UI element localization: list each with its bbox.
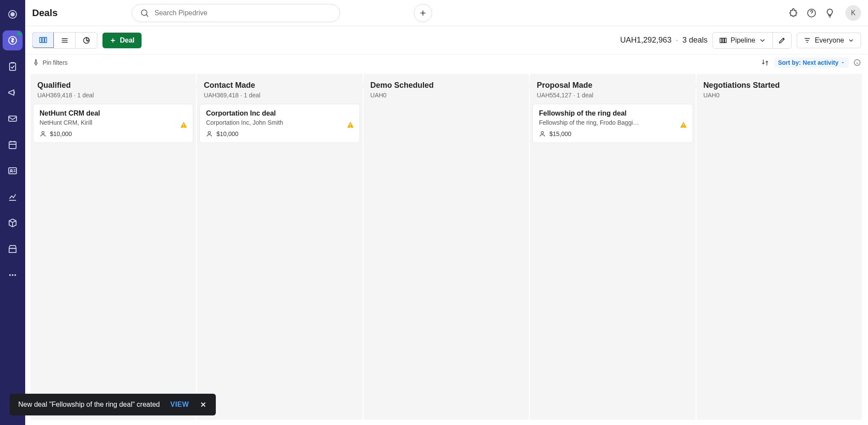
search-input[interactable] — [155, 9, 332, 17]
deal-value: $10,000 — [50, 130, 72, 137]
info-button[interactable] — [853, 59, 861, 66]
edit-pipeline-button[interactable] — [772, 33, 791, 48]
deal-title: Fellowship of the ring deal — [539, 110, 686, 117]
column-amount: UAH369,418 — [204, 92, 238, 99]
deal-subtitle: NetHunt CRM, Kirill — [40, 119, 187, 126]
forecast-view-icon — [82, 36, 91, 45]
svg-rect-18 — [723, 38, 724, 43]
svg-rect-4 — [9, 116, 17, 121]
search-box[interactable] — [132, 4, 340, 22]
deals-summary: UAH1,292,963 · 3 deals — [620, 36, 707, 45]
column-title: Demo Scheduled — [370, 81, 522, 90]
nav-marketplace[interactable] — [3, 239, 23, 259]
pipeline-view-icon — [39, 36, 47, 44]
nav-leads[interactable] — [3, 4, 23, 24]
svg-point-22 — [208, 132, 211, 134]
sort-prefix: Sort by: — [778, 59, 801, 66]
extensions-button[interactable] — [788, 8, 799, 18]
main: Deals K — [25, 0, 868, 425]
column-amount: UAH0 — [370, 92, 386, 99]
column-count: 1 deal — [77, 92, 94, 99]
mail-icon — [7, 113, 18, 124]
view-pipeline-button[interactable] — [32, 32, 54, 48]
deal-subtitle: Corportation Inc, John Smith — [206, 119, 353, 126]
help-button[interactable] — [806, 8, 817, 18]
notif-dot — [17, 32, 21, 36]
svg-rect-3 — [10, 63, 16, 70]
column-title: Proposal Made — [537, 81, 688, 90]
calendar-icon — [7, 139, 18, 150]
sort-direction-button[interactable] — [761, 58, 769, 67]
column-subtitle: UAH369,418·1 deal — [204, 92, 355, 99]
chevron-down-icon — [848, 37, 855, 44]
column-subtitle: UAH0 — [370, 92, 522, 99]
filter-icon — [803, 37, 811, 44]
column-negotiations-started: Negotiations StartedUAH0 — [696, 74, 863, 420]
close-icon — [199, 401, 207, 408]
pin-filters-label: Pin filters — [43, 59, 68, 66]
toast: New deal "Fellowship of the ring deal" c… — [10, 394, 216, 415]
column-contact-made: Contact MadeUAH369,418·1 deal Corportati… — [197, 74, 363, 420]
column-count: 1 deal — [577, 92, 593, 99]
sidebar — [0, 0, 25, 425]
tips-button[interactable] — [825, 8, 835, 18]
owner-filter[interactable]: Everyone — [797, 33, 861, 48]
svg-point-7 — [10, 169, 12, 171]
svg-point-1 — [11, 13, 14, 16]
deal-title: NetHunt CRM deal — [40, 110, 187, 117]
column-amount: UAH0 — [703, 92, 719, 99]
column-title: Contact Made — [204, 81, 355, 90]
pipeline-selector[interactable]: Pipeline — [713, 33, 772, 48]
nav-insights[interactable] — [3, 187, 23, 207]
chart-line-icon — [7, 192, 18, 202]
add-deal-button[interactable]: Deal — [102, 33, 142, 48]
target-icon — [7, 9, 18, 20]
summary-total: UAH1,292,963 — [620, 36, 671, 45]
svg-point-21 — [42, 132, 44, 134]
quick-add-button[interactable] — [414, 4, 432, 22]
contact-card-icon — [7, 166, 18, 176]
nav-more[interactable] — [3, 265, 23, 285]
plus-icon — [109, 37, 116, 44]
box-icon — [7, 218, 18, 228]
pipeline-icon — [719, 37, 727, 44]
warning-icon — [180, 121, 188, 130]
view-forecast-button[interactable] — [75, 33, 97, 48]
pin-filters[interactable]: Pin filters — [32, 59, 68, 66]
column-subtitle: UAH369,418·1 deal — [37, 92, 189, 99]
nav-deals[interactable] — [3, 30, 23, 50]
store-icon — [7, 244, 18, 254]
nav-campaigns[interactable] — [3, 83, 23, 103]
user-avatar[interactable]: K — [845, 5, 861, 21]
deal-card[interactable]: Corportation Inc deal Corportation Inc, … — [199, 104, 360, 143]
nav-products[interactable] — [3, 213, 23, 233]
pin-icon — [32, 59, 39, 66]
view-list-button[interactable] — [53, 33, 75, 48]
nav-mail[interactable] — [3, 109, 23, 129]
dots-icon — [7, 270, 18, 280]
nav-activities[interactable] — [3, 135, 23, 155]
svg-point-9 — [12, 274, 13, 276]
plus-icon — [419, 9, 427, 17]
svg-rect-5 — [9, 142, 16, 149]
person-icon — [539, 130, 546, 137]
column-amount: UAH369,418 — [37, 92, 72, 99]
svg-rect-15 — [45, 37, 46, 43]
sort-by-selector[interactable]: Sort by: Next activity — [775, 57, 849, 68]
toast-view-button[interactable]: VIEW — [170, 401, 189, 408]
header-icons: K — [788, 5, 861, 21]
pencil-icon — [778, 37, 786, 44]
column-subtitle: UAH0 — [703, 92, 855, 99]
deal-card[interactable]: Fellowship of the ring deal Fellowship o… — [532, 104, 693, 143]
column-count: 1 deal — [244, 92, 260, 99]
nav-projects[interactable] — [3, 56, 23, 76]
toast-close-button[interactable] — [199, 401, 207, 408]
caret-down-icon — [840, 60, 845, 65]
nav-contacts[interactable] — [3, 161, 23, 181]
deal-card[interactable]: NetHunt CRM deal NetHunt CRM, Kirill $10… — [33, 104, 193, 143]
toolbar: Deal UAH1,292,963 · 3 deals Pipeline Eve… — [25, 26, 868, 55]
svg-rect-17 — [720, 38, 722, 43]
board: QualifiedUAH369,418·1 deal NetHunt CRM d… — [25, 70, 868, 425]
deal-subtitle: Fellowship of the ring, Frodo Baggi… — [539, 119, 686, 126]
view-switcher — [32, 32, 97, 49]
